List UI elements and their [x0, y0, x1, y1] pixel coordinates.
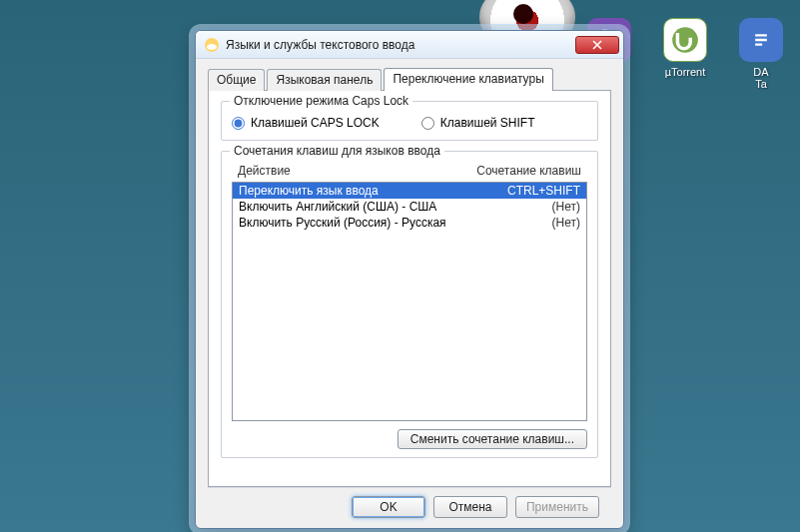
row-keys: CTRL+SHIFT: [507, 184, 580, 198]
radio-capslock-input[interactable]: [232, 117, 245, 130]
list-row[interactable]: Включить Русский (Россия) - Русская(Нет): [233, 215, 586, 231]
group-capslock-legend: Отключение режима Caps Lock: [230, 94, 412, 108]
dialog-window: Языки и службы текстового ввода Общие Яз…: [195, 30, 624, 529]
row-keys: (Нет): [552, 216, 580, 230]
apply-button[interactable]: Применить: [515, 496, 599, 518]
close-button[interactable]: [575, 36, 619, 54]
radio-shift-label: Клавишей SHIFT: [440, 116, 535, 130]
list-row[interactable]: Включить Английский (США) - США(Нет): [233, 199, 586, 215]
tab-general[interactable]: Общие: [208, 69, 265, 91]
client-area: Общие Языковая панель Переключение клави…: [196, 59, 623, 528]
col-keys: Сочетание клавиш: [476, 164, 581, 178]
da-icon: [739, 18, 783, 62]
desktop-icon-utorrent[interactable]: µTorrent: [656, 18, 714, 90]
tab-keyboard-switch[interactable]: Переключение клавиатуры: [384, 68, 552, 91]
titlebar[interactable]: Языки и службы текстового ввода: [196, 31, 623, 59]
window-title: Языки и службы текстового ввода: [226, 38, 575, 52]
list-row[interactable]: Переключить язык вводаCTRL+SHIFT: [233, 183, 586, 199]
col-action: Действие: [238, 164, 291, 178]
window-icon: [204, 37, 220, 53]
radio-capslock[interactable]: Клавишей CAPS LOCK: [232, 116, 380, 130]
desktop-icon-label: DA Ta: [732, 66, 790, 90]
group-hotkeys-legend: Сочетания клавиш для языков ввода: [230, 144, 444, 158]
row-action: Включить Английский (США) - США: [239, 200, 436, 214]
list-header: Действие Сочетание клавиш: [232, 162, 587, 180]
desktop-icon-da[interactable]: DA Ta: [732, 18, 790, 90]
row-keys: (Нет): [552, 200, 580, 214]
row-action: Переключить язык ввода: [239, 184, 379, 198]
hotkeys-listbox[interactable]: Переключить язык вводаCTRL+SHIFTВключить…: [232, 182, 587, 421]
desktop-icon-label: µTorrent: [656, 66, 714, 78]
tab-pane: Отключение режима Caps Lock Клавишей CAP…: [208, 90, 611, 487]
radio-shift[interactable]: Клавишей SHIFT: [421, 116, 535, 130]
group-capslock: Отключение режима Caps Lock Клавишей CAP…: [221, 101, 598, 141]
utorrent-icon: [663, 18, 707, 62]
tabstrip: Общие Языковая панель Переключение клави…: [208, 67, 611, 90]
group-hotkeys: Сочетания клавиш для языков ввода Действ…: [221, 151, 598, 458]
svg-point-3: [207, 44, 217, 50]
tab-language-bar[interactable]: Языковая панель: [267, 69, 382, 91]
change-hotkey-button[interactable]: Сменить сочетание клавиш...: [398, 429, 587, 449]
row-action: Включить Русский (Россия) - Русская: [239, 216, 446, 230]
radio-capslock-label: Клавишей CAPS LOCK: [251, 116, 380, 130]
radio-shift-input[interactable]: [421, 117, 434, 130]
ok-button[interactable]: OK: [352, 496, 425, 518]
cancel-button[interactable]: Отмена: [433, 496, 507, 518]
dialog-buttons: OK Отмена Применить: [208, 487, 611, 518]
